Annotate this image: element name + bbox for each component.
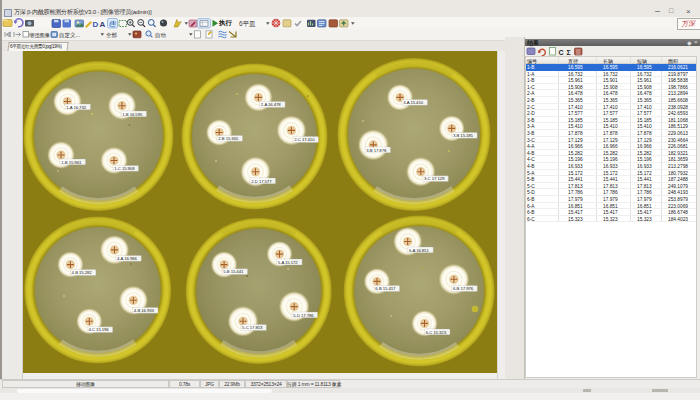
svg-text:4-B 16.933: 4-B 16.933 <box>134 308 155 313</box>
svg-text:5-C 17.813: 5-C 17.813 <box>242 325 263 330</box>
svg-text:4-A 16.966: 4-A 16.966 <box>117 256 137 261</box>
svg-text:5-B 15.441: 5-B 15.441 <box>223 269 244 274</box>
svg-text:6-B 15.417: 6-B 15.417 <box>375 286 396 291</box>
svg-text:1-B 15.961: 1-B 15.961 <box>61 160 82 165</box>
svg-text:5-A 15.172: 5-A 15.172 <box>278 260 298 265</box>
svg-text:2-B 15.365: 2-B 15.365 <box>218 136 239 141</box>
svg-text:6-C 15.323: 6-C 15.323 <box>426 330 447 335</box>
svg-text:5-D 17.786: 5-D 17.786 <box>293 313 314 318</box>
svg-text:2-A 16.478: 2-A 16.478 <box>261 102 281 107</box>
svg-text:1-C 15.908: 1-C 15.908 <box>114 166 135 171</box>
svg-text:3-A 15.410: 3-A 15.410 <box>403 100 423 105</box>
svg-text:2-C 17.410: 2-C 17.410 <box>294 137 315 142</box>
svg-text:4-C 15.196: 4-C 15.196 <box>88 327 109 332</box>
svg-text:1-A 16.732: 1-A 16.732 <box>66 105 86 110</box>
svg-text:6-B 17.976: 6-B 17.976 <box>453 286 474 291</box>
svg-text:1-B 16.595: 1-B 16.595 <box>122 112 143 117</box>
svg-text:4-B 15.282: 4-B 15.282 <box>72 270 93 275</box>
svg-text:3-B 17.878: 3-B 17.878 <box>366 148 387 153</box>
svg-text:2-D 17.577: 2-D 17.577 <box>251 179 272 184</box>
svg-text:3-C 17.129: 3-C 17.129 <box>424 176 445 181</box>
svg-text:3-B 15.185: 3-B 15.185 <box>453 133 474 138</box>
svg-text:Σ: Σ <box>567 49 571 56</box>
svg-text:6-A 16.851: 6-A 16.851 <box>409 248 429 253</box>
svg-text:C: C <box>559 49 564 56</box>
